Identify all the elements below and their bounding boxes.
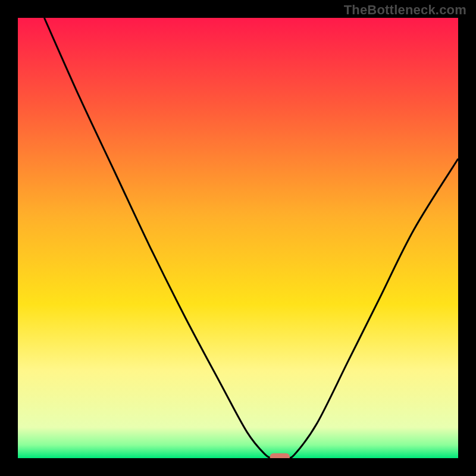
plot-svg <box>18 18 458 458</box>
minimum-marker <box>270 453 290 458</box>
gradient-background <box>18 18 458 458</box>
plot-area <box>18 18 458 458</box>
watermark-label: TheBottleneck.com <box>344 2 466 18</box>
chart-frame: TheBottleneck.com <box>0 0 476 476</box>
